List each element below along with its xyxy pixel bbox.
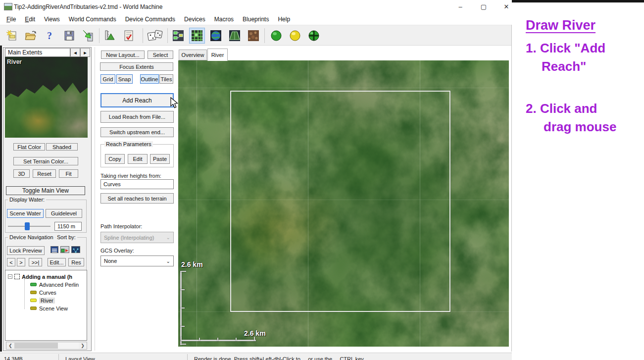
gcs-overlay-dropdown[interactable]: None⌄ — [100, 256, 174, 266]
status-bar: 14.3MB Layout View Render is done. Press… — [0, 353, 512, 360]
build-yellow-sphere-icon[interactable] — [287, 28, 303, 44]
tab-river[interactable]: River — [207, 49, 228, 61]
panel-splitter[interactable] — [95, 47, 95, 351]
lock-preview-button[interactable]: Lock Preview — [7, 246, 45, 255]
ruler-tick — [236, 338, 237, 341]
new-world-icon[interactable] — [4, 28, 20, 44]
menu-blueprints[interactable]: Blueprints — [238, 15, 273, 24]
close-button[interactable]: ✕ — [499, 2, 514, 12]
path-interpolator-label: Path Interpolator: — [100, 223, 142, 229]
edit-button[interactable]: Edit — [128, 154, 148, 164]
menu-macros[interactable]: Macros — [210, 15, 238, 24]
scroll-left-arrow[interactable]: ❮ — [6, 342, 14, 349]
build-crosshair-sphere-icon[interactable] — [306, 28, 322, 44]
menu-devices[interactable]: Devices — [180, 15, 210, 24]
toolbar-separator — [264, 28, 265, 43]
export-terrain-icon[interactable] — [80, 28, 96, 44]
view-next-arrow[interactable]: ▸ — [80, 48, 90, 57]
sort-list-icon[interactable] — [50, 246, 58, 253]
fit-button[interactable]: Fit — [59, 169, 78, 178]
scrollbar-thumb[interactable] — [14, 343, 58, 349]
tree-item-scene-view[interactable]: Scene View — [5, 305, 87, 312]
toggle-main-view-button[interactable]: Toggle Main View — [6, 186, 85, 195]
layout-view-grid-icon[interactable] — [189, 28, 205, 44]
menu-device-commands[interactable]: Device Commands — [121, 15, 180, 24]
tiles-toggle[interactable]: Tiles — [159, 74, 173, 84]
river-heights-field[interactable]: Curves — [100, 179, 174, 189]
device-node-icon — [30, 291, 37, 294]
ruler-tick — [181, 337, 182, 341]
nav-last-button[interactable]: >>| — [29, 258, 42, 266]
world-extents-outline — [230, 91, 450, 312]
toolbar-separator — [167, 28, 168, 43]
shaded-button[interactable]: Shaded — [46, 143, 78, 151]
terrain-preview[interactable]: River — [5, 57, 88, 138]
render-checklist-icon[interactable] — [121, 28, 137, 44]
save-world-icon[interactable] — [61, 28, 77, 44]
reset-button[interactable]: Reset — [33, 169, 56, 178]
preview-terrain-render — [5, 78, 88, 138]
snap-toggle[interactable]: Snap — [116, 74, 133, 84]
load-reach-button[interactable]: Load Reach from File... — [100, 111, 174, 123]
tree-horizontal-scrollbar[interactable]: ❮ ❯ — [6, 342, 87, 350]
copy-button[interactable]: Copy — [105, 154, 125, 164]
open-world-icon[interactable] — [23, 28, 39, 44]
build-green-sphere-icon[interactable] — [268, 28, 284, 44]
menu-world-commands[interactable]: World Commands — [64, 15, 121, 24]
tree-item-river-selected[interactable]: River — [5, 297, 87, 304]
water-level-slider-thumb[interactable] — [25, 222, 30, 230]
dice-randomize-icon[interactable] — [146, 28, 165, 44]
tree-root-row[interactable]: − Adding a manual (h — [5, 273, 87, 280]
minimize-button[interactable]: – — [453, 2, 468, 12]
view-prev-arrow[interactable]: ◂ — [70, 48, 80, 57]
view-selector[interactable]: Main Extents — [5, 48, 70, 57]
add-reach-button[interactable]: Add Reach — [100, 93, 174, 107]
device-workview-icon[interactable] — [170, 28, 186, 44]
scene-water-button[interactable]: Scene Water — [7, 209, 44, 218]
sort-device-icon[interactable] — [60, 246, 69, 253]
menu-views[interactable]: Views — [40, 15, 64, 24]
perspective-3d-view-icon[interactable] — [227, 28, 243, 44]
layout-ruler-icon[interactable] — [102, 28, 118, 44]
gcs-overlay-label: GCS Overlay: — [100, 248, 134, 254]
scroll-right-arrow[interactable]: ❯ — [79, 342, 87, 349]
tree-item-curves[interactable]: Curves — [5, 289, 87, 296]
texture-view-icon[interactable] — [246, 28, 261, 44]
grid-toggle[interactable]: Grid — [100, 74, 115, 84]
set-all-reaches-button[interactable]: Set all reaches to terrain — [100, 193, 174, 204]
annotation-step1-line1: 1. Click "Add — [526, 39, 642, 57]
select-button[interactable]: Select — [148, 51, 173, 59]
chevron-down-icon: ⌄ — [166, 235, 170, 240]
water-height-input[interactable]: 1150 m — [54, 222, 82, 231]
tree-item-advanced-perlin[interactable]: Advanced Perlin — [5, 281, 87, 288]
horizontal-scale-label: 2.6 km — [244, 329, 266, 337]
switch-upstream-button[interactable]: Switch upstream end... — [100, 127, 174, 137]
outline-toggle[interactable]: Outline — [140, 74, 159, 84]
tab-overview[interactable]: Overview — [179, 50, 207, 60]
explorer-globe-icon[interactable] — [208, 28, 224, 44]
menu-file[interactable]: File — [2, 15, 20, 24]
3d-button[interactable]: 3D — [13, 169, 30, 178]
set-terrain-color-button[interactable]: Set Terrain Color... — [13, 157, 78, 165]
edit-device-button[interactable]: Edit... — [48, 258, 66, 266]
sort-network-icon[interactable] — [71, 246, 80, 253]
ruler-tick — [180, 326, 185, 327]
menu-edit[interactable]: Edit — [20, 15, 40, 24]
new-layout-button[interactable]: New Layout... — [101, 51, 145, 59]
guidelevel-button[interactable]: Guidelevel — [46, 209, 82, 218]
paste-button[interactable]: Paste — [150, 154, 170, 164]
menu-help[interactable]: Help — [273, 15, 295, 24]
help-icon[interactable]: ? — [42, 28, 57, 44]
reach-parameters-label: Reach Parameters — [104, 141, 153, 147]
device-tree: − Adding a manual (h Advanced Perlin Cur… — [5, 270, 87, 341]
maximize-button[interactable]: ▢ — [476, 2, 491, 12]
status-separator — [58, 354, 59, 360]
nav-next-button[interactable]: > — [17, 258, 25, 266]
device-node-icon — [30, 307, 37, 310]
focus-extents-button[interactable]: Focus Extents — [100, 62, 173, 71]
res-button[interactable]: Res — [68, 258, 84, 266]
flat-color-button[interactable]: Flat Color — [13, 143, 45, 151]
tree-expander-icon[interactable]: − — [8, 274, 12, 279]
nav-prev-button[interactable]: < — [7, 258, 15, 266]
layout-map-viewport[interactable]: 2.6 km 2.6 km — [178, 60, 509, 347]
